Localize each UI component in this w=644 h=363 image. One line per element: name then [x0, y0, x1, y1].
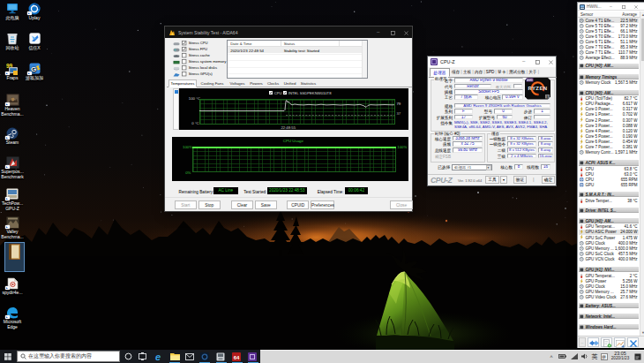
svg-text:9: 9	[547, 95, 549, 99]
svg-text:64: 64	[234, 354, 240, 359]
svg-text:RYZEN: RYZEN	[528, 87, 547, 92]
svg-text:AMD: AMD	[527, 79, 534, 82]
